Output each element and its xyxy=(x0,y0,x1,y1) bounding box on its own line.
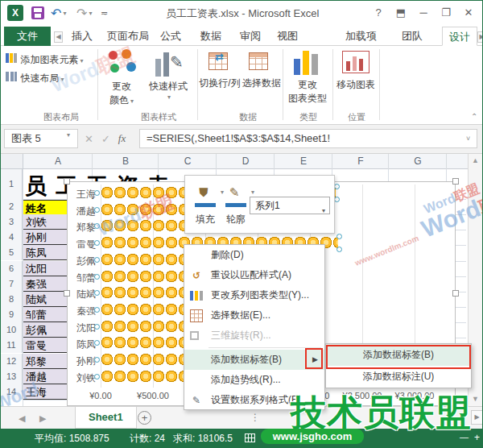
row-header-3[interactable]: 3 xyxy=(1,214,23,230)
change-colors-button[interactable]: 更改 颜色▾ xyxy=(104,80,139,107)
chart-element-combobox[interactable]: 系列1 ▾ xyxy=(250,197,330,214)
enter-icon[interactable]: ✓ xyxy=(101,133,110,145)
tab-4[interactable]: 数据 xyxy=(200,27,221,46)
column-header-B[interactable]: B xyxy=(93,156,159,167)
bar-handle-icon xyxy=(94,340,100,346)
row-header-5[interactable]: 5 xyxy=(1,245,23,260)
menu-item[interactable]: 添加趋势线(R)... xyxy=(184,370,324,390)
minimize-button[interactable]: ─ xyxy=(416,6,431,20)
save-icon[interactable] xyxy=(31,6,44,19)
name-box-caret-icon[interactable]: ▾ xyxy=(67,131,70,139)
tab-6[interactable]: 视图 xyxy=(277,27,298,46)
collapse-ribbon-icon[interactable]: ⌃ xyxy=(471,112,477,121)
menu-item[interactable]: ↺重设以匹配样式(A) xyxy=(184,265,324,285)
fill-bucket-icon: ⛊ xyxy=(196,185,211,198)
close-button[interactable]: ✕ xyxy=(461,6,476,20)
change-chart-type-icon[interactable] xyxy=(292,49,321,75)
ribbon-options-button[interactable]: ⬒ xyxy=(394,6,408,20)
submenu-item[interactable]: 添加数据标注(U) xyxy=(326,366,471,388)
tab-options-dots-icon[interactable]: ⋮ xyxy=(250,412,260,423)
zoom-in-button[interactable]: + xyxy=(474,432,480,443)
chart-selection-handle[interactable] xyxy=(64,290,70,297)
change-chart-type-button[interactable]: 更改图表类型 xyxy=(284,78,331,106)
menu-item[interactable]: 删除(D) xyxy=(184,245,324,265)
select-data-icon[interactable] xyxy=(249,52,268,70)
row-header-7[interactable]: 7 xyxy=(1,276,23,292)
normal-view-icon[interactable] xyxy=(245,433,255,442)
row-header-9[interactable]: 9 xyxy=(1,307,23,322)
sheet-nav-right-icon[interactable]: ▶ xyxy=(39,413,46,424)
column-header-A[interactable]: A xyxy=(23,156,93,167)
menu-item[interactable]: 更改系列图表类型(Y)... xyxy=(184,285,324,305)
quick-access-more-icon[interactable]: ≂ xyxy=(101,6,108,20)
row-header-1[interactable]: 1 xyxy=(1,169,23,199)
select-all-corner[interactable] xyxy=(1,154,23,169)
tab-2[interactable]: 页面布局 xyxy=(107,27,149,46)
tab-5[interactable]: 审阅 xyxy=(240,27,261,46)
row-header-10[interactable]: 10 xyxy=(1,322,23,338)
context-menu: 删除(D)↺重设以匹配样式(A)更改系列图表类型(Y)...选择数据(E)...… xyxy=(184,244,325,410)
move-chart-button[interactable]: 移动图表 xyxy=(334,78,378,92)
ribbon-group-label: 位置 xyxy=(334,111,379,123)
formula-bar: 图表 5 ▾ ✕ ✓ fx =SERIES(,Sheet1!$A$3:$A$14… xyxy=(1,125,482,154)
column-header-divider xyxy=(158,154,159,169)
chart-category-label: 陈凤 xyxy=(68,338,96,351)
quick-styles-button[interactable]: 快速样式▾ xyxy=(146,80,191,101)
tab-8[interactable]: 团队 xyxy=(402,27,423,46)
row-header-13[interactable]: 13 xyxy=(1,369,23,384)
scroll-up-icon[interactable]: ▲ xyxy=(469,154,482,168)
column-header-F[interactable]: F xyxy=(332,156,389,167)
column-header-divider xyxy=(332,154,332,169)
undo-icon[interactable]: ↶▾ xyxy=(51,6,66,20)
column-header-divider xyxy=(92,154,93,169)
tab-7[interactable]: 加载项 xyxy=(345,27,377,46)
insert-function-icon[interactable]: fx xyxy=(118,132,126,145)
menu-item[interactable]: 三维旋转(R)... xyxy=(184,326,324,346)
column-header-G[interactable]: G xyxy=(389,156,447,167)
ribbon-group-label: 图表布局 xyxy=(25,111,97,123)
row-header-12[interactable]: 12 xyxy=(1,354,23,369)
column-header-D[interactable]: D xyxy=(217,156,275,167)
column-header-E[interactable]: E xyxy=(275,156,332,167)
chart-selection-handle[interactable] xyxy=(64,178,70,185)
add-chart-element-button[interactable]: 添加图表元素▾ xyxy=(6,52,83,67)
row-header-6[interactable]: 6 xyxy=(1,261,23,276)
tab-file[interactable]: 文件 xyxy=(4,27,51,46)
help-button[interactable]: ? xyxy=(371,6,386,20)
row-header-8[interactable]: 8 xyxy=(1,292,23,307)
formula-input[interactable]: =SERIES(,Sheet1!$A$3:$A$14,Sheet1! xyxy=(139,129,477,148)
chart-selection-handle[interactable] xyxy=(452,290,459,297)
sheet-nav-left-icon[interactable]: ◀ xyxy=(19,413,25,424)
hscroll-right-icon[interactable]: ▶ xyxy=(471,410,483,425)
menu-item[interactable]: 选择数据(E)... xyxy=(184,305,324,326)
chart-selection-handle[interactable] xyxy=(452,178,459,185)
tab-design-active[interactable]: 设计 xyxy=(442,27,477,46)
column-headers[interactable]: ABCDEFG xyxy=(1,154,468,169)
switch-row-col-button[interactable]: 切换行/列 xyxy=(199,77,241,90)
chart-category-label: 彭佩 xyxy=(68,255,96,268)
tab-1[interactable]: 插入 xyxy=(72,27,93,46)
quick-styles-icon[interactable]: ✎ xyxy=(151,49,186,78)
redo-icon[interactable]: ↷▾ xyxy=(76,6,92,20)
row-header-11[interactable]: 11 xyxy=(1,338,23,353)
menu-item[interactable]: 添加数据标签(B)▶ xyxy=(184,350,324,370)
row-header-14[interactable]: 14 xyxy=(1,384,23,400)
row-header-2[interactable]: 2 xyxy=(1,199,23,214)
tab-3[interactable]: 公式 xyxy=(160,27,181,46)
restore-button[interactable]: ❐ xyxy=(439,6,453,20)
cancel-icon[interactable]: ✕ xyxy=(85,133,93,145)
column-header-divider xyxy=(388,154,389,169)
bar-handle-icon xyxy=(94,207,100,213)
bar-handle-icon xyxy=(336,247,342,252)
change-colors-icon[interactable] xyxy=(104,49,139,78)
select-data-button[interactable]: 选择数据 xyxy=(241,77,283,90)
sheet-tab-sheet1[interactable]: Sheet1 xyxy=(75,407,137,429)
add-sheet-icon[interactable]: + xyxy=(138,411,151,425)
tab-scroll-left-icon[interactable]: ◀ xyxy=(54,31,63,43)
formula-bar-expand-icon[interactable]: ˅ xyxy=(466,135,470,143)
quick-layout-button[interactable]: 快速布局▾ xyxy=(6,70,64,85)
row-header-4[interactable]: 4 xyxy=(1,230,23,245)
move-chart-icon[interactable] xyxy=(342,51,369,73)
tab-scroll-right-icon[interactable]: ▶ xyxy=(477,31,483,43)
column-header-C[interactable]: C xyxy=(159,156,217,167)
